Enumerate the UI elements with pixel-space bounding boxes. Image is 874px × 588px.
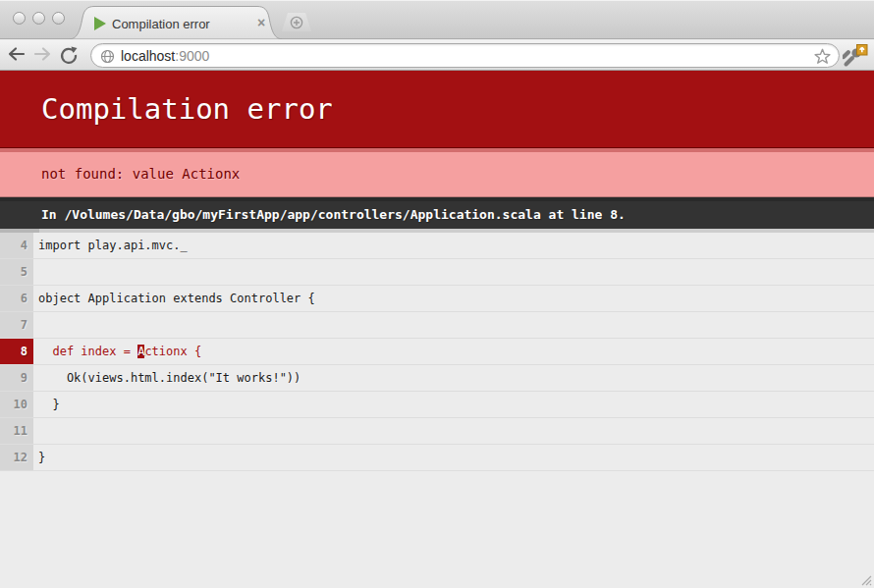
browser-window: Compilation error × (0, 0, 874, 588)
address-bar[interactable]: localhost:9000 (90, 43, 840, 68)
play-framework-favicon-icon (94, 17, 106, 30)
code-line-9: 9 Ok(views.html.index("It works!")) (0, 365, 874, 392)
line-number: 8 (0, 339, 33, 364)
reload-icon (59, 45, 79, 65)
reload-button[interactable] (59, 45, 82, 66)
plus-circle-icon (290, 16, 303, 29)
forward-button[interactable] (31, 45, 55, 66)
code-line-11: 11 (0, 418, 874, 445)
line-code: } (33, 392, 60, 417)
code-line-6: 6object Application extends Controller { (0, 286, 874, 312)
line-code: object Application extends Controller { (33, 286, 315, 311)
error-marker: A (137, 345, 144, 358)
line-code: def index = Actionx { (33, 339, 201, 364)
back-arrow-icon (6, 45, 27, 63)
line-number: 4 (0, 233, 33, 258)
new-tab-button[interactable] (282, 13, 311, 31)
code-line-4: 4import play.api.mvc._ (0, 233, 874, 259)
line-code: } (33, 445, 45, 470)
settings-wrench-button[interactable] (843, 44, 868, 68)
line-number: 7 (0, 312, 33, 338)
tab-strip: Compilation error × (0, 0, 874, 39)
globe-icon (100, 49, 115, 64)
browser-tab[interactable]: Compilation error × (69, 5, 283, 39)
tab-title: Compilation error (112, 17, 210, 31)
url-host: localhost (121, 48, 175, 64)
error-detail-message: not found: value Actionx (0, 148, 874, 197)
line-number: 10 (0, 392, 33, 417)
line-number: 11 (0, 418, 33, 444)
page-title: Compilation error (0, 71, 874, 148)
line-number: 12 (0, 445, 33, 470)
code-block: 4import play.api.mvc._56object Applicati… (0, 233, 874, 471)
line-number: 9 (0, 365, 33, 391)
code-line-7: 7 (0, 312, 874, 339)
back-button[interactable] (6, 45, 29, 66)
forward-arrow-icon (31, 45, 53, 63)
line-code: import play.api.mvc._ (33, 233, 188, 258)
error-location-bar: In /Volumes/Data/gbo/myFirstApp/app/cont… (0, 197, 874, 229)
url-port: :9000 (175, 48, 209, 64)
tab-close-icon[interactable]: × (253, 15, 269, 30)
code-line-8: 8 def index = Actionx { (0, 339, 874, 365)
browser-toolbar: localhost:9000 (0, 40, 874, 71)
url-text[interactable]: localhost:9000 (121, 48, 209, 64)
window-minimize-button[interactable] (32, 12, 45, 25)
bookmark-star-icon[interactable] (814, 48, 831, 65)
line-number: 5 (0, 259, 33, 285)
window-resize-grip-icon[interactable] (858, 572, 872, 586)
window-zoom-button[interactable] (52, 12, 65, 25)
window-close-button[interactable] (13, 12, 26, 25)
line-code: Ok(views.html.index("It works!")) (33, 365, 300, 391)
wrench-icon (843, 44, 868, 68)
line-number: 6 (0, 286, 33, 311)
error-page: Compilation error not found: value Actio… (0, 71, 874, 588)
code-line-12: 12} (0, 445, 874, 471)
code-line-5: 5 (0, 259, 874, 286)
code-line-10: 10 } (0, 392, 874, 418)
